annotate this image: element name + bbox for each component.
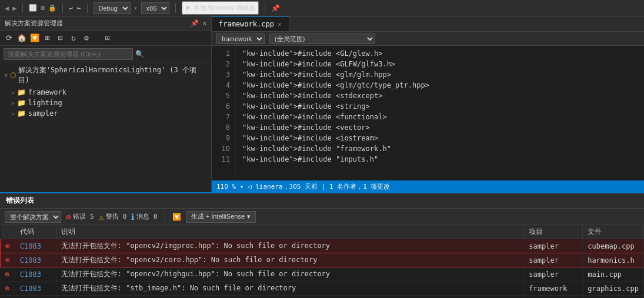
framework-expand-icon: ▷ (12, 90, 15, 95)
framework-label: framework (28, 88, 66, 96)
info-icon: ℹ (131, 212, 134, 222)
col-icon (1, 225, 15, 239)
sidebar-header: 解决方案资源管理器 📌 ✕ (0, 16, 211, 31)
toolbar-separator4 (175, 4, 176, 13)
nav-bar: framework (全局范围) (212, 32, 644, 46)
row-project: sampler (524, 239, 583, 253)
tab-bar: framework.cpp ✕ (212, 16, 644, 32)
table-row[interactable]: ⊗ C1083 无法打开包括文件: "stb_image.h": No such… (1, 282, 644, 296)
row-project: framework (524, 282, 583, 296)
error-panel-title: 错误列表 (6, 196, 34, 206)
sidebar-header-buttons: 📌 ✕ (191, 19, 206, 27)
sidebar-collapse-btn[interactable]: ⊟ (55, 33, 66, 43)
row-icon: ⊗ (1, 267, 15, 282)
row-code: C1083 (15, 239, 56, 253)
sidebar-search-bar: 🔍 (0, 46, 211, 62)
error-badge[interactable]: ⊗ 错误 5 (66, 212, 94, 222)
code-content[interactable]: "kw-include">#include <GL/glew.h>"kw-inc… (235, 46, 644, 180)
run-button[interactable]: ▶ 本地 Windows 调试器 (182, 1, 259, 15)
toolbar-separator3 (87, 4, 88, 13)
error-label: 错误 5 (73, 212, 94, 221)
warning-label: 警告 0 (106, 212, 126, 221)
row-code: C1083 (15, 282, 56, 296)
error-toolbar: 整个解决方案 ⊗ 错误 5 ⚠ 警告 0 ℹ 消息 0 🔽 生成 + Intel… (0, 209, 644, 225)
sidebar-close-btn[interactable]: ✕ (202, 19, 206, 27)
code-view: 1234567891011 "kw-include">#include <GL/… (212, 46, 644, 180)
expand-icon: ▽ (5, 73, 8, 78)
sidebar-expand-btn[interactable]: ⊞ (42, 33, 53, 43)
row-project: lighting (524, 296, 583, 299)
filter-dropdown[interactable]: 整个解决方案 (5, 211, 61, 223)
build-button[interactable]: 生成 + IntelliSense ▾ (186, 211, 256, 223)
table-row[interactable]: ⊗ C1083 无法打开包括文件: "opencv2/core.hpp": No… (1, 253, 644, 267)
row-file: main.cpp (583, 296, 644, 299)
row-project: sampler (524, 253, 583, 267)
toolbar-icon1: ◀ (5, 4, 9, 12)
row-desc: 无法打开包括文件: "glm/glm.hpp": No such file or… (56, 296, 523, 299)
folder-icon-framework: 📁 (17, 88, 26, 96)
row-project: sampler (524, 267, 583, 282)
sidebar-header-label: 解决方案资源管理器 (5, 19, 63, 28)
file-nav-dropdown[interactable]: framework (216, 34, 265, 44)
tree-item-framework[interactable]: ▷ 📁 framework (0, 87, 211, 98)
folder-icon-lighting: 📁 (17, 99, 26, 107)
table-row[interactable]: ⊗ C1083 无法打开包括文件: "opencv2/imgproc.hpp":… (1, 239, 644, 253)
scope-nav-dropdown[interactable]: (全局范围) (269, 34, 375, 44)
sampler-label: sampler (28, 109, 58, 118)
info-label: 消息 0 (136, 212, 157, 221)
toolbar-icon7: ↪ (76, 4, 81, 12)
sidebar-refresh-btn[interactable]: ↻ (68, 33, 79, 43)
sidebar-props-btn[interactable]: ⊡ (102, 33, 113, 43)
editor-area: framework.cpp ✕ framework (全局范围) 1234567… (212, 16, 644, 192)
toolbar-icon3: ⬜ (29, 4, 37, 12)
row-icon: ⊗ (1, 239, 15, 253)
row-file: main.cpp (583, 267, 644, 282)
toolbar-icon6: ↩ (69, 4, 73, 12)
tree-item-sampler[interactable]: ▷ 📁 sampler (0, 108, 211, 119)
info-badge[interactable]: ℹ 消息 0 (131, 212, 157, 222)
table-header: 代码 说明 项目 文件 (1, 225, 644, 239)
filter2-icon: 🔽 (172, 213, 181, 221)
row-code: C1083 (15, 267, 56, 282)
arch-dropdown[interactable]: x86 (141, 2, 169, 14)
build-separator (165, 212, 165, 222)
sidebar-settings-btn[interactable]: ⚙ (81, 33, 92, 43)
sidebar-sync-btn[interactable]: ⟳ (4, 33, 14, 43)
table-row[interactable]: ⊗ C1083 无法打开包括文件: "glm/glm.hpp": No such… (1, 296, 644, 299)
tab-framework-cpp[interactable]: framework.cpp ✕ (212, 16, 289, 31)
toolbar-icon4: ⊞ (41, 4, 45, 12)
project-icon: ⬡ (10, 71, 16, 79)
search-input[interactable] (4, 48, 133, 60)
error-icon: ⊗ (66, 212, 71, 222)
tree-item-lighting[interactable]: ▷ 📁 lighting (0, 98, 211, 108)
debug-config-dropdown[interactable]: Debug (94, 2, 131, 14)
warning-icon: ⚠ (99, 212, 104, 222)
col-desc: 说明 (56, 225, 523, 239)
sidebar-filter-btn[interactable]: 🔽 (29, 33, 40, 43)
col-project: 项目 (524, 225, 583, 239)
editor-status-text: 110 % ▾ ◁ lianera，305 天前 | 1 名作者，1 项更改 (216, 182, 390, 191)
col-file: 文件 (583, 225, 644, 239)
sidebar-pin-btn[interactable]: 📌 (191, 19, 199, 27)
lighting-expand-icon: ▷ (12, 101, 15, 106)
error-table: 代码 说明 项目 文件 ⊗ C1083 无法打开包括文件: "opencv2/i… (0, 225, 644, 298)
row-file: cubemap.cpp (583, 239, 644, 253)
toolbar-separator1 (22, 4, 23, 13)
toolbar-separator5 (265, 4, 265, 13)
project-root[interactable]: ▽ ⬡ 解决方案'SphericalHarmonicsLighting' (3 … (0, 63, 211, 87)
warning-badge[interactable]: ⚠ 警告 0 (99, 212, 127, 222)
project-label: 解决方案'SphericalHarmonicsLighting' (3 个项目) (18, 65, 206, 85)
tab-close-btn[interactable]: ✕ (278, 21, 282, 28)
row-desc: 无法打开包括文件: "opencv2/highgui.hpp": No such… (56, 267, 523, 282)
build-dropdown-icon: ▾ (247, 213, 251, 220)
solution-explorer: 解决方案资源管理器 📌 ✕ ⟳ 🏠 🔽 ⊞ ⊟ ↻ ⚙ ⊡ 🔍 ▽ ⬡ 解 (0, 16, 212, 192)
build-label: 生成 + IntelliSense (191, 212, 245, 221)
sidebar-home-btn[interactable]: 🏠 (16, 33, 27, 43)
lighting-label: lighting (28, 99, 62, 107)
error-panel-header: 错误列表 (0, 193, 644, 209)
search-icon[interactable]: 🔍 (135, 50, 144, 58)
table-row[interactable]: ⊗ C1083 无法打开包括文件: "opencv2/highgui.hpp":… (1, 267, 644, 282)
toolbar-icon2: ▶ (12, 4, 16, 12)
main-container: 解决方案资源管理器 📌 ✕ ⟳ 🏠 🔽 ⊞ ⊟ ↻ ⚙ ⊡ 🔍 ▽ ⬡ 解 (0, 16, 644, 192)
row-desc: 无法打开包括文件: "opencv2/imgproc.hpp": No such… (56, 239, 523, 253)
